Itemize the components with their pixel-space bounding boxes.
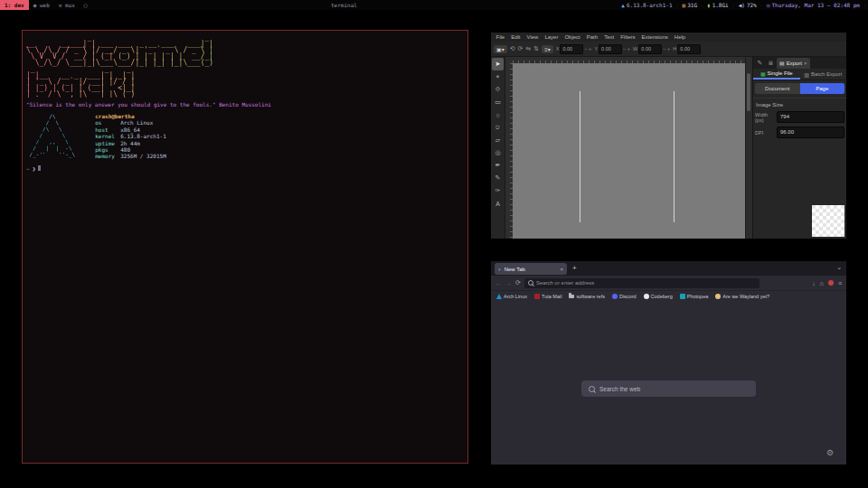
menu-filters[interactable]: Filters [618, 34, 638, 40]
workspace-empty[interactable]: ▢ [80, 0, 92, 10]
dock-tab-bar: ✎ ≣ ▤ Export × [753, 57, 846, 69]
flip-horizontal-icon[interactable]: ⇋ [525, 45, 531, 52]
bookmark-tuta-mail[interactable]: Tuta Mail [534, 294, 561, 299]
active-tab[interactable]: ◐ New Tab × [495, 263, 567, 275]
menu-text[interactable]: Text [601, 34, 618, 40]
ruler-corner [505, 57, 513, 63]
minus-button[interactable]: − [623, 46, 627, 52]
menu-layer[interactable]: Layer [542, 34, 561, 40]
minus-button[interactable]: − [584, 46, 588, 52]
arch-logo-ascii: /\ / \ /\ \ / \ / ,, \ / | | -\ /_-'' ''… [26, 113, 75, 160]
menu-edit[interactable]: Edit [508, 34, 524, 40]
discord-icon [612, 294, 618, 299]
canvas-scrollbar[interactable] [745, 57, 752, 239]
new-tab-button[interactable]: + [572, 264, 577, 272]
plus-button[interactable]: + [627, 46, 631, 52]
edit-dialog-tab-icon[interactable]: ✎ [755, 58, 765, 68]
w-input[interactable]: 0.00 [638, 44, 662, 54]
menu-path[interactable]: Path [583, 34, 600, 40]
workspace-mux[interactable]: ⚒ mux [54, 0, 80, 10]
box3d-tool-button[interactable]: ▱ [492, 134, 504, 146]
pen-tool-button[interactable]: ✒ [492, 159, 504, 172]
personalize-gear-icon[interactable]: ⚙ [826, 448, 834, 457]
bookmark-label: Are we Wayland yet? [722, 294, 769, 299]
tool-controls-bar: ▣▾ ⟲ ⟳ ⇋ ⇅ ≡▾ X 0.00 − + Y 0.00 − + W 0.… [491, 42, 846, 57]
batch-export-tab[interactable]: ▥ Batch Export [800, 69, 847, 80]
tab-close-icon[interactable]: × [560, 267, 563, 272]
export-dpi-input[interactable]: 96.00 [777, 127, 844, 138]
page-border-right [674, 91, 675, 222]
node-tool-button[interactable]: ⌖ [492, 70, 504, 83]
bookmark-folder-software-refs[interactable]: software refs [569, 294, 604, 299]
y-input[interactable]: 0.00 [599, 44, 622, 54]
url-bar[interactable]: Search or enter address [524, 278, 760, 288]
volume-module[interactable]: ◀) 72% [739, 2, 757, 8]
fetch-value: 2h 44m [120, 140, 140, 146]
menu-view[interactable]: View [524, 34, 542, 40]
export-mode-tabs: ▦ Single File ▥ Batch Export [753, 69, 846, 80]
rotate-ccw-icon[interactable]: ⟲ [510, 45, 515, 52]
plus-button[interactable]: + [589, 46, 592, 52]
downloads-button[interactable]: ↓ [812, 280, 816, 286]
spiral-tool-button[interactable]: ◎ [492, 146, 504, 159]
select-mode-dropdown[interactable]: ▣▾ [494, 45, 507, 53]
h-input[interactable]: 0.00 [677, 44, 701, 54]
home-button[interactable]: ⌂ [820, 280, 824, 286]
separator: · [701, 3, 703, 8]
single-file-tab[interactable]: ▦ Single File [753, 69, 800, 80]
menu-extensions[interactable]: Extensions [638, 34, 671, 40]
arch-icon: ▲ [621, 2, 625, 8]
shell-prompt[interactable]: ~ ❯ [26, 165, 464, 172]
close-icon[interactable]: × [804, 61, 807, 66]
back-button[interactable]: ← [495, 280, 502, 286]
inkscape-canvas[interactable] [513, 63, 745, 239]
ellipse-tool-button[interactable]: ○ [492, 108, 504, 121]
forward-button[interactable]: → [505, 280, 512, 286]
x-input[interactable]: 0.00 [560, 44, 583, 54]
menu-object[interactable]: Object [561, 34, 583, 40]
bookmark-arch-linux[interactable]: Arch Linux [496, 294, 527, 299]
clock-icon: ◷ [767, 2, 770, 8]
menu-file[interactable]: File [493, 34, 508, 40]
calligraphy-tool-button[interactable]: ✑ [492, 184, 504, 197]
web-search-input[interactable]: Search the web [581, 380, 756, 397]
star-tool-button[interactable]: ✩ [492, 121, 504, 134]
memory-module: ▮ 1.8Gi [707, 2, 729, 8]
kernel-module: ▲ 6.13.8-arch1-1 [621, 2, 672, 8]
workspace-web[interactable]: ◉ web [29, 0, 54, 10]
bookmark-codeberg[interactable]: Codeberg [644, 294, 673, 299]
welcome-ascii-art: _ _ __ _____| | ___ ___ _ __ ___ ___| | … [26, 34, 464, 98]
reload-button[interactable]: ⟳ [515, 279, 521, 286]
workspace-dev[interactable]: 1: dev [0, 0, 29, 10]
layers-dialog-tab-icon[interactable]: ≣ [766, 58, 776, 68]
terminal-window[interactable]: _ _ __ _____| | ___ ___ _ __ ___ ___| | … [22, 30, 468, 464]
rotate-cw-icon[interactable]: ⟳ [518, 45, 524, 52]
inkscape-menubar: File Edit View Layer Object Path Text Fi… [491, 33, 846, 42]
menu-help[interactable]: Help [671, 34, 688, 40]
bookmark-discord[interactable]: Discord [612, 294, 637, 299]
page-button[interactable]: Page [800, 83, 845, 94]
scrollbar-thumb[interactable] [747, 73, 750, 111]
export-preview-thumbnail [812, 205, 844, 237]
separator: · [760, 3, 763, 8]
document-button[interactable]: Document [755, 83, 800, 94]
fetch-value: 6.13.8-arch1-1 [120, 133, 166, 139]
minus-button[interactable]: − [663, 46, 666, 52]
select-tool-button[interactable]: ➤ [492, 58, 504, 70]
wayland-icon [715, 294, 721, 299]
export-dialog-tab[interactable]: ▤ Export × [777, 58, 810, 69]
list-tabs-chevron-icon[interactable]: ⌄ [836, 264, 842, 271]
bookmark-photopea[interactable]: Photopea [680, 294, 709, 299]
rectangle-tool-button[interactable]: ▭ [492, 96, 504, 108]
export-width-input[interactable]: 794 [777, 111, 844, 123]
menu-hamburger-button[interactable]: ≡ [838, 280, 842, 286]
flip-vertical-icon[interactable]: ⇅ [533, 45, 539, 52]
align-dropdown[interactable]: ≡▾ [542, 45, 553, 53]
plus-button[interactable]: + [667, 46, 671, 52]
bookmark-are-we-wayland-yet[interactable]: Are we Wayland yet? [715, 294, 769, 299]
ublock-extension-icon[interactable] [828, 280, 834, 286]
pencil-tool-button[interactable]: ✎ [492, 172, 504, 184]
shape-builder-tool-button[interactable]: ⟐ [492, 83, 504, 96]
export-dialog-panel: ✎ ≣ ▤ Export × ▦ Single File ▥ Ba [752, 57, 846, 239]
text-tool-button[interactable]: A [492, 197, 504, 210]
